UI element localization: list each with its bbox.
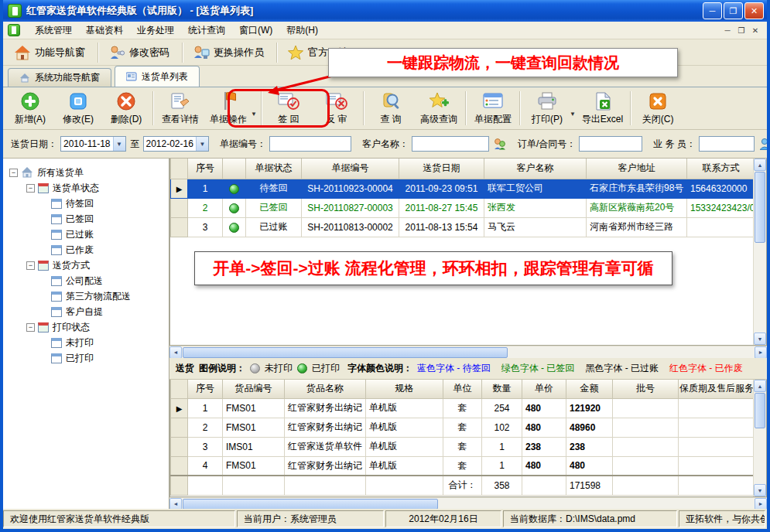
col-price[interactable]: 单价 <box>522 380 566 398</box>
col-date[interactable]: 送货日期 <box>399 159 484 179</box>
user-key-icon <box>108 45 125 60</box>
vertical-scrollbar[interactable]: ▲ ▼ <box>753 380 766 496</box>
col-status[interactable]: 单据状态 <box>246 159 302 179</box>
chevron-down-icon[interactable]: ▼ <box>113 137 125 151</box>
tab-delivery-list[interactable]: 送货单列表 <box>115 66 200 87</box>
switch-operator-button[interactable]: 更换操作员 <box>188 42 272 63</box>
print-button[interactable]: 打印(P) <box>523 88 571 128</box>
print-dropdown-icon[interactable]: ▼ <box>570 111 576 118</box>
doc-config-button[interactable]: 单据配置 <box>469 88 517 128</box>
table-row[interactable]: 3 已过账 SH-20110813-00002 2011-08-13 15:54… <box>171 217 755 237</box>
col-contact[interactable]: 联系方式 <box>687 159 755 179</box>
col-batch[interactable]: 批号 <box>613 380 679 398</box>
collapse-icon[interactable]: − <box>26 261 35 270</box>
tab-nav-window[interactable]: 系统功能导航窗 <box>8 68 111 87</box>
customer-picker-icon[interactable] <box>493 138 507 150</box>
cell-qty: 102 <box>482 418 522 437</box>
col-qty[interactable]: 数量 <box>482 380 522 398</box>
vertical-scrollbar[interactable]: ▲ ▼ <box>753 159 766 345</box>
scroll-left-icon[interactable]: ◄ <box>169 498 182 510</box>
add-button[interactable]: 新增(A) <box>6 88 54 128</box>
tree-item-third-party[interactable]: 第三方物流配送 <box>3 288 169 304</box>
tree-item-signed[interactable]: 已签回 <box>3 211 169 227</box>
scrollbar-thumb[interactable] <box>755 172 765 243</box>
col-address[interactable]: 客户地址 <box>587 159 687 179</box>
menu-system[interactable]: 系统管理 <box>28 22 79 39</box>
mdi-minimize-button[interactable]: ─ <box>720 24 734 36</box>
col-amount[interactable]: 金额 <box>566 380 613 398</box>
table-row[interactable]: 2 FMS01 红管家财务出纳记 单机版 套 102 480 48960 <box>171 418 755 437</box>
close-button[interactable]: ✕ <box>744 2 764 19</box>
tree-item-method-group[interactable]: − 送货方式 <box>3 257 169 273</box>
chevron-down-icon[interactable]: ▼ <box>196 137 208 151</box>
maximize-button[interactable]: ❐ <box>724 2 743 19</box>
table-row[interactable]: ▶ 1 FMS01 红管家财务出纳记 单机版 套 254 480 121920 <box>171 398 755 418</box>
scrollbar-thumb[interactable] <box>755 393 765 428</box>
scrollbar-thumb[interactable] <box>183 499 438 510</box>
menu-window[interactable]: 窗口(W) <box>232 22 279 39</box>
tree-item-pending-sign[interactable]: 待签回 <box>3 196 169 211</box>
customer-input[interactable] <box>412 136 489 152</box>
col-service[interactable]: 保质期及售后服务 <box>679 380 755 398</box>
col-unit[interactable]: 单位 <box>443 380 482 398</box>
order-no-input[interactable] <box>579 136 642 152</box>
col-seq[interactable]: 序号 <box>188 159 223 179</box>
menu-basedata[interactable]: 基础资料 <box>79 22 130 39</box>
scroll-down-icon[interactable]: ▼ <box>754 332 766 345</box>
delete-button[interactable]: 删除(D) <box>102 88 150 128</box>
query-button[interactable]: 查 询 <box>367 88 415 128</box>
scroll-up-icon[interactable]: ▲ <box>754 380 766 392</box>
tree-item-voided[interactable]: 已作废 <box>3 242 169 257</box>
menu-help[interactable]: 帮助(H) <box>279 22 325 39</box>
scroll-right-icon[interactable]: ► <box>755 498 767 510</box>
col-item-code[interactable]: 货品编号 <box>223 380 285 398</box>
advanced-query-button[interactable]: 高级查询 <box>415 88 463 128</box>
menu-business[interactable]: 业务处理 <box>130 22 181 39</box>
tree-item-not-printed[interactable]: 未打印 <box>3 335 169 350</box>
table-row[interactable]: 4 FMS01 红管家财务出纳记 单机版 套 1 480 480 <box>171 456 755 476</box>
col-seq[interactable]: 序号 <box>188 380 223 398</box>
scroll-right-icon[interactable]: ► <box>755 346 767 359</box>
collapse-icon[interactable]: − <box>9 169 18 177</box>
col-spec[interactable]: 规格 <box>366 380 443 398</box>
doc-no-input[interactable] <box>269 136 351 152</box>
tree-item-customer-pickup[interactable]: 客户自提 <box>3 304 169 319</box>
tree-item-all[interactable]: − 所有送货单 <box>3 165 169 180</box>
date-to-combobox[interactable]: 2012-02-16 ▼ <box>143 136 209 152</box>
scroll-down-icon[interactable]: ▼ <box>754 484 766 496</box>
scroll-up-icon[interactable]: ▲ <box>754 159 766 171</box>
table-row[interactable]: 2 已签回 SH-20110827-00003 2011-08-27 15:45… <box>171 198 755 217</box>
mdi-close-button[interactable]: ✕ <box>748 24 762 36</box>
col-customer[interactable]: 客户名称 <box>484 159 587 179</box>
salesman-picker-icon[interactable] <box>758 138 767 150</box>
col-item-name[interactable]: 货品名称 <box>285 380 366 398</box>
salesman-input[interactable] <box>699 136 755 152</box>
export-excel-button[interactable]: 导出Excel <box>577 88 628 128</box>
horizontal-scrollbar[interactable]: ◄ ► <box>169 497 767 509</box>
edit-button[interactable]: 修改(E) <box>54 88 102 128</box>
scroll-left-icon[interactable]: ◄ <box>169 346 182 359</box>
tree-item-posted[interactable]: 已过账 <box>3 227 169 242</box>
table-row[interactable]: ▶ 1 待签回 SH-20110923-00004 2011-09-23 09:… <box>171 179 755 198</box>
tree-item-printed[interactable]: 已打印 <box>3 350 169 366</box>
date-from-combobox[interactable]: 2010-11-18 ▼ <box>60 136 126 152</box>
close-list-button[interactable]: 关闭(C) <box>634 88 682 128</box>
legend-icon-label: 图例说明： <box>199 362 245 375</box>
mdi-restore-button[interactable]: ❐ <box>734 24 748 36</box>
printed-status-icon <box>229 223 239 233</box>
collapse-icon[interactable]: − <box>26 323 35 332</box>
collapse-icon[interactable]: − <box>26 184 35 193</box>
nav-window-button[interactable]: 功能导航窗 <box>9 42 93 63</box>
menu-stats[interactable]: 统计查询 <box>181 22 232 39</box>
change-password-button[interactable]: 修改密码 <box>104 42 177 63</box>
tree-item-print-group[interactable]: − 打印状态 <box>3 319 169 335</box>
table-row[interactable]: 3 IMS01 红管家送货单软件 单机版 套 1 238 238 <box>171 437 755 456</box>
tree-item-status-group[interactable]: − 送货单状态 <box>3 180 169 196</box>
col-doc-no[interactable]: 单据编号 <box>302 159 399 179</box>
view-detail-button[interactable]: 查看详情 <box>156 88 204 128</box>
col-print-icon[interactable] <box>223 159 246 179</box>
tree-item-company-delivery[interactable]: 公司配送 <box>3 273 169 288</box>
minimize-button[interactable]: ─ <box>703 2 722 19</box>
scrollbar-thumb[interactable] <box>183 347 508 358</box>
horizontal-scrollbar[interactable]: ◄ ► <box>169 346 767 358</box>
